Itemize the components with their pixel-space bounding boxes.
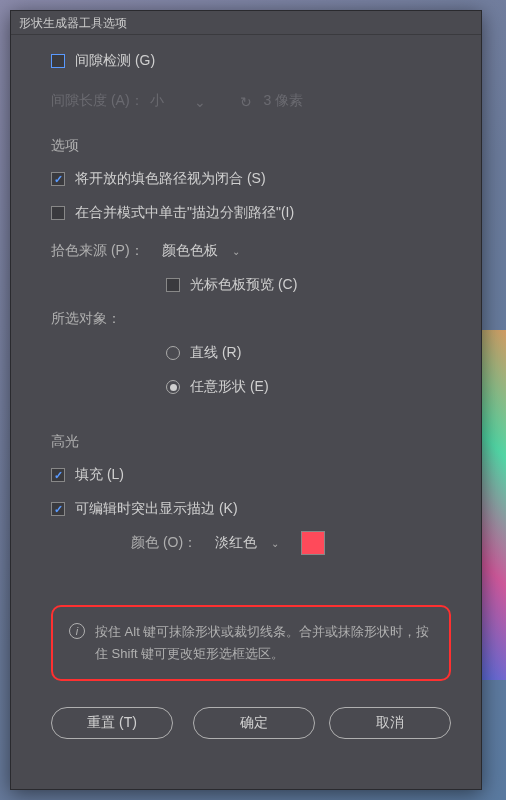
line-radio[interactable] <box>166 346 180 360</box>
cancel-button[interactable]: 取消 <box>329 707 451 739</box>
highlight-color-dropdown[interactable]: 淡红色 ⌄ <box>207 532 287 554</box>
selection-freeform-row[interactable]: 任意形状 (E) <box>166 375 451 399</box>
info-icon: i <box>69 623 85 639</box>
fill-checkbox[interactable] <box>51 468 65 482</box>
freeform-label: 任意形状 (E) <box>190 378 269 396</box>
refresh-icon: ↻ <box>240 94 256 108</box>
button-row: 重置 (T) 确定 取消 <box>51 707 451 739</box>
highlight-color-label: 颜色 (O)： <box>131 534 197 552</box>
highlight-header: 高光 <box>51 433 451 451</box>
cursor-preview-row[interactable]: 光标色板预览 (C) <box>166 273 451 297</box>
fill-row[interactable]: 填充 (L) <box>51 463 451 487</box>
gap-detection-checkbox[interactable] <box>51 54 65 68</box>
open-path-row[interactable]: 将开放的填色路径视为闭合 (S) <box>51 167 451 191</box>
editing-stroke-row[interactable]: 可编辑时突出显示描边 (K) <box>51 497 451 521</box>
open-path-checkbox[interactable] <box>51 172 65 186</box>
cursor-preview-label: 光标色板预览 (C) <box>190 276 297 294</box>
color-source-dropdown[interactable]: 颜色色板 ⌄ <box>154 240 248 262</box>
editing-stroke-checkbox[interactable] <box>51 502 65 516</box>
color-source-label: 拾色来源 (P)： <box>51 242 144 260</box>
merge-click-checkbox[interactable] <box>51 206 65 220</box>
highlight-color-row: 颜色 (O)： 淡红色 ⌄ <box>131 531 451 555</box>
reset-button[interactable]: 重置 (T) <box>51 707 173 739</box>
selection-label-row: 所选对象： <box>51 307 451 331</box>
options-header: 选项 <box>51 137 451 155</box>
chevron-down-icon: ⌄ <box>232 246 240 257</box>
gap-detection-label: 间隙检测 (G) <box>75 52 155 70</box>
merge-click-label: 在合并模式中单击"描边分割路径"(I) <box>75 204 294 222</box>
merge-click-row[interactable]: 在合并模式中单击"描边分割路径"(I) <box>51 201 451 225</box>
chevron-down-icon: ⌄ <box>271 538 279 549</box>
fill-label: 填充 (L) <box>75 466 124 484</box>
open-path-label: 将开放的填色路径视为闭合 (S) <box>75 170 266 188</box>
color-source-row: 拾色来源 (P)： 颜色色板 ⌄ <box>51 239 451 263</box>
selection-label: 所选对象： <box>51 310 121 328</box>
gap-detection-row[interactable]: 间隙检测 (G) <box>51 49 451 73</box>
editing-stroke-label: 可编辑时突出显示描边 (K) <box>75 500 238 518</box>
gap-length-unit: 3 像素 <box>264 92 304 110</box>
chevron-down-icon: ⌄ <box>194 94 210 108</box>
selection-line-row[interactable]: 直线 (R) <box>166 341 451 365</box>
dialog-title: 形状生成器工具选项 <box>11 11 481 35</box>
gap-length-label: 间隙长度 (A)： <box>51 92 144 110</box>
gap-length-row: 间隙长度 (A)： 小 ⌄ ↻ 3 像素 <box>51 89 451 113</box>
color-swatch[interactable] <box>301 531 325 555</box>
freeform-radio[interactable] <box>166 380 180 394</box>
ok-button[interactable]: 确定 <box>193 707 315 739</box>
shape-builder-options-dialog: 形状生成器工具选项 间隙检测 (G) 间隙长度 (A)： 小 ⌄ ↻ 3 像素 … <box>10 10 482 790</box>
line-label: 直线 (R) <box>190 344 241 362</box>
info-box: i 按住 Alt 键可抹除形状或裁切线条。合并或抹除形状时，按住 Shift 键… <box>51 605 451 681</box>
highlight-color-value: 淡红色 <box>215 534 257 552</box>
cursor-preview-checkbox[interactable] <box>166 278 180 292</box>
info-text: 按住 Alt 键可抹除形状或裁切线条。合并或抹除形状时，按住 Shift 键可更… <box>95 621 433 665</box>
color-source-value: 颜色色板 <box>162 242 218 260</box>
gap-length-value: 小 <box>150 92 164 110</box>
